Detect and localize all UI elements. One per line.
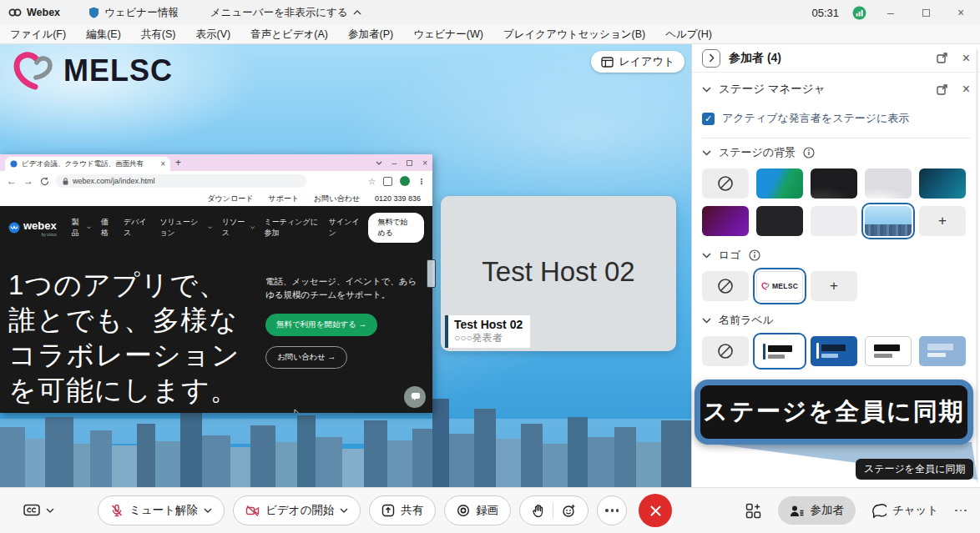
browser-tab[interactable]: ビデオ会議、クラウド電話、画面共有 ×	[5, 157, 170, 171]
background-light-wave-option[interactable]	[865, 168, 912, 199]
name-label-section-header[interactable]: 名前ラベル	[692, 306, 980, 334]
browser-minimize-button[interactable]: –	[392, 158, 397, 168]
logo-section-header[interactable]: ロゴ	[692, 241, 980, 269]
close-button[interactable]: ×	[950, 4, 972, 21]
emoji-reaction-icon[interactable]	[562, 504, 576, 518]
more-options-button[interactable]	[597, 495, 627, 525]
bookmark-star-icon[interactable]: ☆	[368, 177, 376, 186]
collapse-panel-button[interactable]	[702, 49, 720, 68]
participant-tile[interactable]: Test Host 02 Test Host 02 ○○○発表者	[441, 196, 676, 351]
info-icon[interactable]	[749, 249, 760, 261]
url-field[interactable]: webex.com/ja/index.html	[56, 174, 306, 188]
tab-favicon	[10, 160, 18, 168]
menu-help[interactable]: ヘルプ(H)	[665, 28, 712, 42]
background-teal-option[interactable]	[919, 168, 966, 199]
popout-panel-icon[interactable]	[937, 53, 947, 63]
browser-restore-button[interactable]	[407, 160, 412, 166]
record-icon	[457, 504, 470, 517]
menu-edit[interactable]: 編集(E)	[86, 28, 121, 42]
site-nav-pricing[interactable]: 価格	[101, 217, 114, 239]
browser-close-button[interactable]: ×	[422, 158, 427, 168]
site-join-meeting-link[interactable]: ミーティングに参加	[265, 217, 321, 239]
more-panels-icon[interactable]	[955, 510, 967, 512]
refresh-icon[interactable]	[40, 177, 49, 186]
site-nav-devices[interactable]: デバイス	[124, 217, 149, 239]
minimize-button[interactable]: –	[880, 4, 902, 21]
site-chat-widget-button[interactable]	[404, 386, 426, 408]
label-name-text: Test Host 02	[454, 318, 523, 333]
background-dark-wave-option[interactable]	[811, 168, 857, 199]
background-black-option[interactable]	[756, 206, 803, 236]
name-label-style2-option[interactable]	[811, 336, 857, 366]
name-label-style4-option[interactable]	[919, 336, 966, 366]
chevron-up-icon	[353, 10, 361, 15]
menu-share[interactable]: 共有(S)	[141, 28, 176, 42]
webinar-info-button[interactable]: ウェビナー情報	[88, 6, 179, 20]
record-button[interactable]: 録画	[444, 495, 511, 525]
link-contact[interactable]: お問い合わせ	[314, 194, 360, 204]
hide-menubar-button[interactable]: メニューバーを非表示にする	[210, 6, 361, 20]
background-section-header[interactable]: ステージの背景	[692, 138, 980, 167]
active-speaker-checkbox[interactable]: ✓	[702, 113, 715, 125]
sync-stage-button-magnified[interactable]: ステージを全員に同期	[695, 380, 973, 445]
tab-close-icon[interactable]: ×	[160, 159, 165, 168]
restore-button[interactable]	[915, 4, 937, 21]
menu-webinar[interactable]: ウェビナー(W)	[413, 28, 483, 42]
browser-more-icon[interactable]: ⋮	[417, 177, 426, 186]
site-signin-link[interactable]: サインイン	[329, 217, 361, 239]
share-button[interactable]: 共有	[369, 495, 436, 525]
close-panel-icon[interactable]: ×	[962, 51, 970, 66]
close-stage-manager-icon[interactable]: ×	[962, 82, 970, 97]
background-purple-option[interactable]	[702, 206, 749, 236]
raise-hand-icon[interactable]	[532, 504, 544, 517]
connection-quality-icon[interactable]	[852, 6, 866, 20]
link-download[interactable]: ダウンロード	[207, 194, 253, 204]
site-nav-solutions[interactable]: ソリューション	[159, 217, 211, 239]
menu-view[interactable]: 表示(V)	[195, 28, 230, 42]
name-label-none-option[interactable]	[702, 336, 749, 366]
menu-breakout[interactable]: ブレイクアウトセッション(B)	[503, 28, 645, 42]
background-city-option-selected[interactable]	[865, 206, 912, 236]
lock-icon	[63, 178, 68, 185]
webex-site-logo[interactable]: webexby cisco	[8, 219, 57, 237]
unmute-button[interactable]: ミュート解除	[98, 495, 225, 525]
tab-title: ビデオ会議、クラウド電話、画面共有	[22, 159, 156, 169]
layout-button[interactable]: レイアウト	[591, 51, 684, 73]
back-icon[interactable]: ←	[7, 175, 17, 187]
stage-resize-handle[interactable]	[427, 259, 436, 288]
side-panel-icon[interactable]	[383, 177, 392, 186]
site-quick-links: ダウンロード サポート お問い合わせ 0120 339 836	[0, 191, 432, 206]
browser-menu-chevron-icon[interactable]	[376, 161, 382, 165]
participants-toggle-button[interactable]: 参加者	[778, 496, 856, 525]
menu-file[interactable]: ファイル(F)	[10, 28, 66, 42]
info-icon[interactable]	[803, 147, 815, 158]
logo-none-option[interactable]	[702, 271, 749, 301]
menu-audio-video[interactable]: 音声とビデオ(A)	[250, 28, 328, 42]
leave-meeting-button[interactable]	[639, 494, 672, 527]
apps-icon[interactable]	[745, 503, 761, 519]
browser-profile-avatar[interactable]	[400, 176, 410, 186]
stage-manager-header[interactable]: ステージ マネージャ ×	[692, 73, 980, 106]
site-start-free-cta-button[interactable]: 無料で利用を開始する →	[265, 314, 377, 336]
background-add-button[interactable]: +	[919, 206, 966, 236]
phone-number[interactable]: 0120 339 836	[375, 194, 421, 203]
link-support[interactable]: サポート	[268, 194, 299, 204]
menu-participants[interactable]: 参加者(P)	[348, 28, 393, 42]
site-nav-resources[interactable]: リソース	[222, 217, 255, 239]
name-label-style1-option-selected[interactable]	[756, 336, 803, 366]
popout-stage-manager-icon[interactable]	[937, 84, 947, 95]
captions-control[interactable]	[23, 504, 54, 517]
name-label-style3-option[interactable]	[865, 336, 912, 366]
background-none-option[interactable]	[702, 168, 749, 199]
background-bluegreen-option[interactable]	[756, 168, 803, 199]
background-gray-option[interactable]	[811, 206, 857, 236]
new-tab-button[interactable]: +	[175, 157, 181, 168]
chat-toggle-button[interactable]: チャット	[872, 503, 938, 518]
logo-add-button[interactable]: +	[811, 271, 857, 301]
forward-icon[interactable]: →	[23, 175, 33, 187]
site-start-free-button[interactable]: 無料で始める	[368, 213, 424, 243]
site-nav-products[interactable]: 製品	[72, 217, 91, 239]
site-contact-button[interactable]: お問い合わせ →	[265, 346, 347, 369]
start-video-button[interactable]: ビデオの開始	[233, 495, 361, 525]
logo-melsc-option-selected[interactable]: MELSC	[756, 271, 803, 301]
